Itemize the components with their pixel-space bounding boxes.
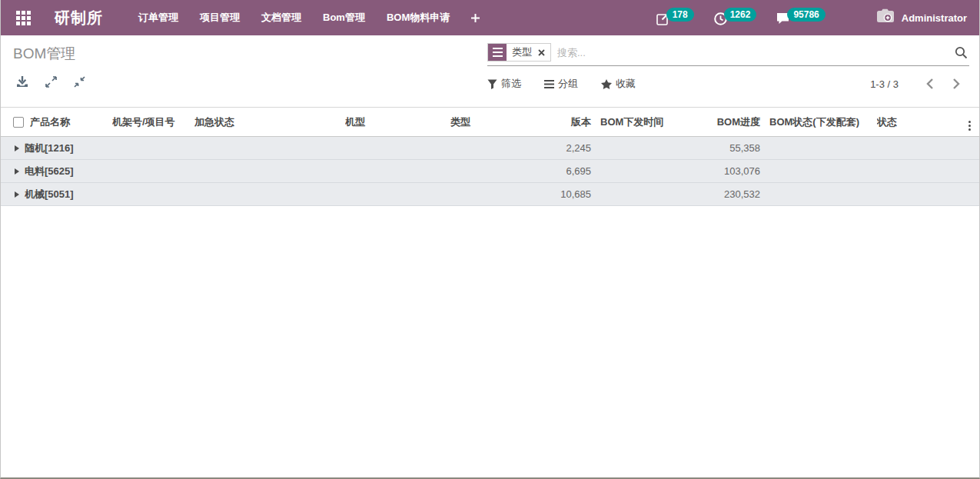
group-issue-time-cell — [600, 183, 700, 206]
group-row-suiji[interactable]: 随机[1216] 2,245 55,358 — [1, 137, 980, 160]
group-version-total: 10,685 — [543, 183, 600, 206]
group-bom-status-cell — [769, 160, 877, 183]
group-menu-cell — [958, 137, 980, 160]
expand-icon — [45, 76, 57, 88]
filters-button[interactable]: 筛选 — [487, 77, 521, 91]
chevron-left-icon — [926, 78, 934, 89]
bom-list-table: 产品名称 机架号/项目号 加急状态 机型 类型 版本 BOM下发时间 BOM进度… — [1, 107, 980, 206]
caret-right-icon — [15, 145, 19, 151]
filter-toolbar: 筛选 分组 收藏 1-3 / 3 — [487, 77, 969, 91]
messages-notification-button[interactable]: 95786 — [776, 8, 825, 28]
filters-label: 筛选 — [501, 77, 521, 91]
select-all-checkbox-cell — [1, 108, 30, 137]
pager-range: 1-3 / 3 — [870, 78, 899, 90]
group-version-total: 2,245 — [543, 137, 600, 160]
column-header-model[interactable]: 机型 — [345, 108, 450, 137]
main-menu: 订单管理 项目管理 文档管理 Bom管理 BOM物料申请 — [128, 0, 490, 35]
group-issue-time-cell — [600, 137, 700, 160]
activities-count-badge: 1262 — [724, 8, 757, 22]
groupby-button[interactable]: 分组 — [544, 77, 578, 91]
column-header-issue-time[interactable]: BOM下发时间 — [600, 108, 700, 137]
group-issue-time-cell — [600, 160, 700, 183]
group-name: 随机[1216] — [1, 141, 543, 155]
ellipsis-vertical-icon — [968, 121, 971, 131]
menu-item-bom-management[interactable]: Bom管理 — [312, 0, 376, 35]
group-bom-status-cell — [769, 137, 877, 160]
group-row-dianliao[interactable]: 电料[5625] 6,695 103,076 — [1, 160, 980, 183]
plus-icon — [471, 14, 480, 22]
table-header-row: 产品名称 机架号/项目号 加急状态 机型 类型 版本 BOM下发时间 BOM进度… — [1, 108, 980, 137]
download-icon — [16, 76, 28, 88]
menu-item-project-management[interactable]: 项目管理 — [189, 0, 251, 35]
apps-grid-icon[interactable] — [13, 8, 33, 28]
user-name: Administrator — [902, 12, 967, 24]
group-row-jixie[interactable]: 机械[5051] 10,685 230,532 — [1, 183, 980, 206]
control-panel: BOM管理 类型 — [1, 35, 979, 107]
column-header-version[interactable]: 版本 — [543, 108, 600, 137]
group-bom-status-cell — [769, 183, 877, 206]
pager-next-button[interactable] — [943, 78, 969, 89]
funnel-icon — [487, 79, 497, 89]
caret-right-icon — [15, 191, 19, 198]
search-submit-button[interactable] — [955, 46, 969, 59]
search-icon — [955, 46, 968, 59]
menu-item-document-management[interactable]: 文档管理 — [251, 0, 312, 35]
column-header-urgent[interactable]: 加急状态 — [194, 108, 345, 137]
caret-right-icon — [15, 168, 19, 175]
collapse-all-button[interactable] — [74, 76, 85, 88]
optional-columns-button[interactable] — [958, 108, 980, 137]
collapse-icon — [74, 76, 85, 88]
menu-item-bom-material-request[interactable]: BOM物料申请 — [376, 0, 460, 35]
column-header-type[interactable]: 类型 — [450, 108, 543, 137]
search-bar: 类型 — [487, 43, 969, 66]
add-menu-button[interactable] — [460, 0, 490, 35]
search-facet-type: 类型 — [487, 43, 551, 62]
group-progress-total: 55,358 — [700, 137, 769, 160]
app-brand-title[interactable]: 研制所 — [55, 8, 103, 28]
grid-icon — [16, 11, 31, 25]
column-header-progress[interactable]: BOM进度 — [700, 108, 769, 137]
group-status-cell — [877, 137, 958, 160]
notes-notification-button[interactable]: 178 — [656, 8, 694, 28]
column-header-product[interactable]: 产品名称 — [30, 108, 112, 137]
search-panel: 类型 筛选 — [487, 43, 969, 91]
chevron-right-icon — [952, 78, 960, 89]
menu-item-order-management[interactable]: 订单管理 — [128, 0, 189, 35]
group-status-cell — [877, 183, 958, 206]
search-input[interactable] — [557, 47, 955, 58]
group-menu-cell — [958, 160, 980, 183]
column-header-bom-status[interactable]: BOM状态(下发配套) — [769, 108, 877, 137]
column-header-rack[interactable]: 机架号/项目号 — [112, 108, 194, 137]
avatar-camera-icon — [876, 8, 895, 27]
expand-all-button[interactable] — [45, 76, 57, 88]
facet-remove-button[interactable] — [537, 44, 550, 61]
select-all-checkbox[interactable] — [13, 117, 24, 128]
page-title: BOM管理 — [13, 44, 75, 64]
pager: 1-3 / 3 — [870, 78, 969, 90]
group-name: 机械[5051] — [1, 188, 543, 201]
favorites-label: 收藏 — [616, 77, 636, 91]
navbar-right: 178 1262 95786 — [656, 8, 967, 28]
notes-count-badge: 178 — [666, 8, 694, 22]
star-icon — [601, 79, 612, 89]
groupby-facet-icon — [488, 44, 507, 61]
close-icon — [538, 49, 545, 56]
favorites-button[interactable]: 收藏 — [601, 77, 636, 91]
group-menu-cell — [958, 183, 980, 206]
column-header-status[interactable]: 状态 — [877, 108, 958, 137]
group-progress-total: 230,532 — [700, 183, 769, 206]
list-lines-icon — [544, 80, 554, 88]
view-action-buttons — [16, 76, 85, 88]
facet-label: 类型 — [507, 44, 537, 61]
user-menu[interactable]: Administrator — [876, 8, 967, 27]
export-download-button[interactable] — [16, 76, 28, 88]
pager-previous-button[interactable] — [917, 78, 943, 89]
group-status-cell — [877, 160, 958, 183]
group-version-total: 6,695 — [543, 160, 600, 183]
activities-notification-button[interactable]: 1262 — [714, 8, 757, 28]
group-name: 电料[5625] — [1, 165, 543, 178]
groupby-label: 分组 — [558, 77, 578, 91]
top-navbar: 研制所 订单管理 项目管理 文档管理 Bom管理 BOM物料申请 178 — [1, 0, 979, 35]
group-progress-total: 103,076 — [700, 160, 769, 183]
messages-count-badge: 95786 — [787, 8, 825, 22]
